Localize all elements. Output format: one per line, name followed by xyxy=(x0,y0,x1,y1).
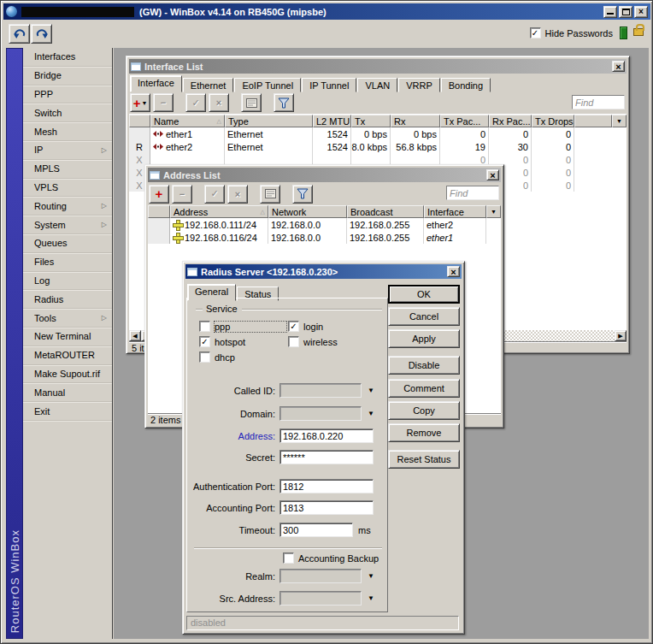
enable-button[interactable]: ✓ xyxy=(204,185,225,204)
sidebar-item-routing[interactable]: Routing▷ xyxy=(23,197,112,216)
disable-button[interactable]: Disable xyxy=(388,356,460,375)
remove-address-button[interactable]: − xyxy=(172,185,192,204)
service-dhcp-checkbox[interactable]: dhcp xyxy=(199,352,235,363)
sidebar-item-mesh[interactable]: Mesh xyxy=(23,122,112,141)
filter-button[interactable] xyxy=(292,185,313,204)
column-tx-packets[interactable]: Tx Pac... xyxy=(440,115,489,127)
comment-button[interactable]: Comment xyxy=(388,379,460,398)
scroll-left-button[interactable]: ◀ xyxy=(129,330,141,341)
tab-ethernet[interactable]: Ethernet xyxy=(183,78,234,92)
sidebar-item-interfaces[interactable]: Interfaces xyxy=(23,48,112,67)
sidebar-item-manual[interactable]: Manual xyxy=(23,383,112,402)
column-interface[interactable]: Interface xyxy=(424,205,486,218)
hide-passwords-checkbox[interactable]: ✓ xyxy=(530,27,541,38)
realm-combo[interactable] xyxy=(279,569,362,583)
reset-status-button[interactable]: Reset Status xyxy=(388,450,460,469)
tab-vlan[interactable]: VLAN xyxy=(357,78,397,92)
interface-row-ether2[interactable]: R ether2 Ethernet 1524 98.0 kbps 56.8 kb… xyxy=(129,140,627,153)
sidebar-item-mpls[interactable]: MPLS xyxy=(23,160,112,179)
undo-button[interactable] xyxy=(9,24,30,44)
sidebar-item-switch[interactable]: Switch xyxy=(23,103,112,122)
accounting-backup-checkbox[interactable]: Accounting Backup xyxy=(283,552,379,564)
tab-general[interactable]: General xyxy=(187,284,236,301)
ok-button[interactable]: OK xyxy=(388,285,460,304)
column-type[interactable]: Type xyxy=(225,115,313,127)
dropdown-icon[interactable]: ▼ xyxy=(368,410,374,417)
radius-dialog-close-button[interactable]: × xyxy=(447,266,460,277)
apply-button[interactable]: Apply xyxy=(388,329,460,348)
column-tx[interactable]: Tx xyxy=(351,115,391,127)
tab-vrrp[interactable]: VRRP xyxy=(398,78,440,92)
sidebar-item-tools[interactable]: Tools▷ xyxy=(23,309,112,328)
tab-eoip-tunnel[interactable]: EoIP Tunnel xyxy=(234,78,301,92)
minimize-button[interactable] xyxy=(603,6,617,18)
column-flags[interactable] xyxy=(148,205,170,218)
address-list-close-button[interactable]: × xyxy=(486,169,499,180)
comment-button[interactable] xyxy=(241,93,262,112)
address-list-find-input[interactable] xyxy=(446,186,499,200)
sidebar-item-queues[interactable]: Queues xyxy=(23,234,112,253)
maximize-button[interactable] xyxy=(619,6,632,18)
sidebar-item-log[interactable]: Log xyxy=(23,272,112,291)
copy-button[interactable]: Copy xyxy=(388,401,460,420)
sidebar-item-system[interactable]: System▷ xyxy=(23,216,112,234)
sidebar-item-bridge[interactable]: Bridge xyxy=(23,67,112,86)
column-tx-drops[interactable]: Tx Drops xyxy=(532,115,574,127)
sidebar-item-vpls[interactable]: VPLS xyxy=(23,179,112,198)
sidebar-item-files[interactable]: Files xyxy=(23,253,112,272)
service-hotspot-checkbox[interactable]: ✓ hotspot xyxy=(199,336,245,347)
service-ppp-checkbox[interactable]: ppp xyxy=(199,321,286,332)
sidebar-item-exit[interactable]: Exit xyxy=(23,402,112,421)
domain-combo[interactable] xyxy=(279,406,362,421)
tab-interface[interactable]: Interface xyxy=(130,75,182,92)
column-address[interactable]: Address△ xyxy=(170,205,268,218)
src-address-combo[interactable] xyxy=(279,591,362,606)
sidebar-item-metarouter[interactable]: MetaROUTER xyxy=(23,346,112,365)
disable-button[interactable]: × xyxy=(227,185,248,204)
interface-row-ether1[interactable]: ether1 Ethernet 1524 0 bps 0 bps 0 0 0 xyxy=(129,127,627,140)
sidebar-item-radius[interactable]: Radius xyxy=(23,290,112,309)
called-id-combo[interactable] xyxy=(279,383,362,398)
remove-button[interactable]: Remove xyxy=(388,423,460,442)
column-flags[interactable] xyxy=(129,115,150,127)
disable-button[interactable]: × xyxy=(209,93,229,112)
radius-dialog-title-bar[interactable]: Radius Server <192.168.0.230> × xyxy=(185,264,462,279)
enable-button[interactable]: ✓ xyxy=(185,93,206,112)
auth-port-input[interactable] xyxy=(279,479,374,493)
timeout-input[interactable] xyxy=(279,523,353,537)
secret-input[interactable] xyxy=(279,450,374,464)
column-rx[interactable]: Rx xyxy=(391,115,440,127)
address-input[interactable] xyxy=(279,428,374,443)
address-row[interactable]: 192.168.0.116/24 192.168.0.0 192.168.0.2… xyxy=(148,231,501,244)
column-chooser-button[interactable]: ▼ xyxy=(612,115,627,127)
dropdown-icon[interactable]: ▼ xyxy=(368,387,374,394)
column-l2mtu[interactable]: L2 MTU xyxy=(313,115,351,127)
column-broadcast[interactable]: Broadcast xyxy=(347,205,424,218)
address-list-title-bar[interactable]: Address List × xyxy=(148,168,501,182)
interface-list-title-bar[interactable]: Interface List × xyxy=(129,59,627,74)
sidebar-item-ppp[interactable]: PPP xyxy=(23,86,112,104)
filter-button[interactable] xyxy=(274,93,294,112)
redo-button[interactable] xyxy=(31,24,52,44)
acct-port-input[interactable] xyxy=(279,500,374,515)
sidebar-item-ip[interactable]: IP▷ xyxy=(23,141,112,160)
main-title-bar[interactable]: (GW) - WinBox v4.14 on RB450G (mipsbe) × xyxy=(3,3,650,20)
comment-button[interactable] xyxy=(260,185,280,204)
sidebar-item-new-terminal[interactable]: New Terminal xyxy=(23,328,112,346)
scroll-right-button[interactable]: ▶ xyxy=(615,330,627,341)
tab-ip-tunnel[interactable]: IP Tunnel xyxy=(302,78,356,92)
interface-list-close-button[interactable]: × xyxy=(612,61,625,72)
service-login-checkbox[interactable]: ✓ login xyxy=(288,321,323,332)
add-address-button[interactable]: + xyxy=(149,185,169,204)
service-wireless-checkbox[interactable]: wireless xyxy=(288,336,338,347)
interface-list-find-input[interactable] xyxy=(572,95,625,109)
add-interface-button[interactable]: +▼ xyxy=(130,93,150,112)
sidebar-item-make-supout[interactable]: Make Supout.rif xyxy=(23,365,112,384)
dropdown-icon[interactable]: ▼ xyxy=(368,572,374,580)
close-button[interactable]: × xyxy=(634,6,648,18)
column-network[interactable]: Network xyxy=(268,205,347,218)
column-name[interactable]: Name△ xyxy=(150,115,225,127)
address-row[interactable]: 192.168.0.111/24 192.168.0.0 192.168.0.2… xyxy=(148,218,501,231)
cancel-button[interactable]: Cancel xyxy=(388,307,460,326)
remove-interface-button[interactable]: − xyxy=(153,93,174,112)
